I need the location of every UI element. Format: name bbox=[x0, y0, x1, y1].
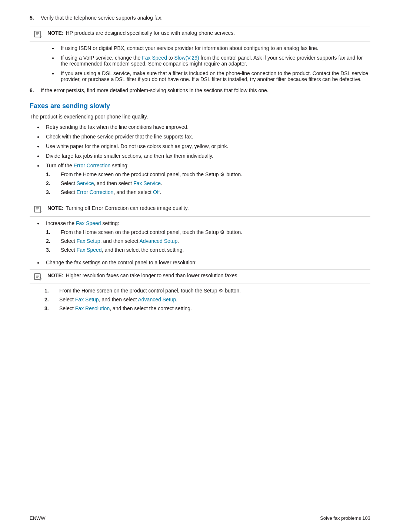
error-correction-link-2[interactable]: Error Correction bbox=[77, 189, 114, 195]
svg-rect-8 bbox=[34, 274, 40, 280]
res-step-2-text: Select Fax Setup, and then select Advanc… bbox=[59, 297, 177, 302]
step-5: 5. Verify that the telephone service sup… bbox=[30, 15, 370, 21]
list-item: If using a VoIP service, change the Fax … bbox=[44, 55, 370, 67]
footer-left: ENWW bbox=[30, 515, 46, 521]
fs-step-2-text: Select Fax Setup, and then select Advanc… bbox=[61, 238, 179, 244]
note-3-content: NOTE:Higher resolution faxes can take lo… bbox=[47, 272, 239, 278]
fax-speed-link-3[interactable]: Fax Speed bbox=[77, 247, 102, 253]
list-item: Divide large fax jobs into smaller secti… bbox=[30, 153, 370, 159]
advanced-setup-link-1[interactable]: Advanced Setup bbox=[140, 238, 178, 244]
list-item-fax-speed: Increase the Fax Speed setting: 1. From … bbox=[30, 220, 370, 256]
note-2-label: NOTE: bbox=[47, 205, 64, 211]
fs-step-1-num: 1. bbox=[46, 229, 61, 235]
ec-step-1-num: 1. bbox=[46, 171, 61, 177]
note-3-label: NOTE: bbox=[47, 272, 64, 278]
step-6: 6. If the error persists, find more deta… bbox=[30, 87, 370, 93]
resolution-steps: 1. From the Home screen on the product c… bbox=[30, 288, 370, 311]
svg-rect-4 bbox=[34, 206, 40, 212]
list-item: Retry sending the fax when the line cond… bbox=[30, 124, 370, 130]
step-6-text: If the error persists, find more detaile… bbox=[41, 87, 370, 93]
fs-step-2-num: 2. bbox=[46, 238, 61, 244]
bullet-resolution-text: Change the fax settings on the control p… bbox=[46, 260, 197, 265]
step-6-number: 6. bbox=[30, 87, 41, 93]
main-bullet-list: Retry sending the fax when the line cond… bbox=[30, 124, 370, 198]
ec-step-3: 3. Select Error Correction, and then sel… bbox=[46, 189, 242, 195]
advanced-setup-link-2[interactable]: Advanced Setup bbox=[138, 297, 176, 302]
note-2-text: Turning off Error Correction can reduce … bbox=[66, 205, 189, 211]
bullet-text-isdn: If using ISDN or digital PBX, contact yo… bbox=[61, 45, 319, 51]
bullet-check-provider: Check with the phone service provider th… bbox=[46, 134, 193, 140]
error-correction-link-1[interactable]: Error Correction bbox=[74, 163, 111, 168]
ec-step-2: 2. Select Service, and then select Fax S… bbox=[46, 180, 242, 186]
slow-v29-link[interactable]: Slow(V.29) bbox=[174, 55, 199, 61]
step-5-text: Verify that the telephone service suppor… bbox=[41, 15, 370, 21]
list-item-resolution: Change the fax settings on the control p… bbox=[30, 260, 370, 265]
fs-step-3-text: Select Fax Speed, and then select the co… bbox=[61, 247, 184, 253]
res-step-3-num: 3. bbox=[44, 305, 59, 311]
note-icon-1 bbox=[34, 30, 44, 38]
note-1-content: NOTE:HP products are designed specifical… bbox=[47, 30, 235, 36]
fax-setup-link-2[interactable]: Fax Setup bbox=[75, 297, 99, 302]
off-link[interactable]: Off bbox=[153, 189, 160, 195]
note-box-2: NOTE:Turning off Error Correction can re… bbox=[30, 202, 370, 217]
fax-speed-steps: 1. From the Home screen on the product c… bbox=[46, 229, 242, 253]
service-link[interactable]: Service bbox=[77, 180, 94, 186]
list-item: If using ISDN or digital PBX, contact yo… bbox=[44, 45, 370, 51]
intro-text: The product is experiencing poor phone l… bbox=[30, 114, 370, 120]
fax-speed-bullet-list: Increase the Fax Speed setting: 1. From … bbox=[30, 220, 370, 265]
page-content: 5. Verify that the telephone service sup… bbox=[30, 15, 370, 311]
bullet-fax-speed-text: Increase the Fax Speed setting: 1. From … bbox=[46, 220, 242, 256]
ec-step-2-num: 2. bbox=[46, 180, 61, 186]
bullet-divide-jobs: Divide large fax jobs into smaller secti… bbox=[46, 153, 213, 159]
fax-setup-link-1[interactable]: Fax Setup bbox=[77, 238, 100, 244]
bullet-text-dsl: If you are using a DSL service, make sur… bbox=[61, 70, 370, 82]
footer-right: Solve fax problems 103 bbox=[320, 515, 370, 521]
list-item: If you are using a DSL service, make sur… bbox=[44, 70, 370, 82]
note-3-text: Higher resolution faxes can take longer … bbox=[66, 272, 239, 278]
ec-step-2-text: Select Service, and then select Fax Serv… bbox=[61, 180, 162, 186]
res-step-3-text: Select Fax Resolution, and then select t… bbox=[59, 305, 192, 311]
res-step-1: 1. From the Home screen on the product c… bbox=[44, 288, 370, 294]
res-step-2: 2. Select Fax Setup, and then select Adv… bbox=[44, 297, 370, 302]
note-icon-3 bbox=[34, 272, 44, 281]
note-2-content: NOTE:Turning off Error Correction can re… bbox=[47, 205, 189, 211]
step-5-number: 5. bbox=[30, 15, 41, 21]
note-1-label: NOTE: bbox=[47, 30, 64, 36]
list-item: Check with the phone service provider th… bbox=[30, 134, 370, 140]
list-item: Use white paper for the original. Do not… bbox=[30, 143, 370, 149]
note-icon-2 bbox=[34, 205, 44, 213]
setup-icon-2: ⚙ bbox=[220, 229, 225, 235]
fs-step-3: 3. Select Fax Speed, and then select the… bbox=[46, 247, 242, 253]
list-item-error-correction: Turn off the Error Correction setting: 1… bbox=[30, 163, 370, 198]
bullet-white-paper: Use white paper for the original. Do not… bbox=[46, 143, 228, 149]
bullet-list-step5: If using ISDN or digital PBX, contact yo… bbox=[44, 45, 370, 82]
fs-step-3-num: 3. bbox=[46, 247, 61, 253]
ec-step-1-text: From the Home screen on the product cont… bbox=[61, 171, 242, 177]
error-correction-steps: 1. From the Home screen on the product c… bbox=[46, 171, 242, 195]
res-step-2-num: 2. bbox=[44, 297, 59, 302]
section-heading-faxes-slow: Faxes are sending slowly bbox=[30, 102, 370, 110]
fs-step-1-text: From the Home screen on the product cont… bbox=[61, 229, 242, 235]
ec-step-1: 1. From the Home screen on the product c… bbox=[46, 171, 242, 177]
setup-icon-3: ⚙ bbox=[219, 288, 223, 294]
setup-icon-1: ⚙ bbox=[220, 171, 225, 177]
fs-step-2: 2. Select Fax Setup, and then select Adv… bbox=[46, 238, 242, 244]
svg-rect-0 bbox=[34, 31, 40, 37]
bullet-retry: Retry sending the fax when the line cond… bbox=[46, 124, 189, 130]
bullet-error-correction-text: Turn off the Error Correction setting: 1… bbox=[46, 163, 242, 198]
fax-speed-link-2[interactable]: Fax Speed bbox=[76, 220, 101, 226]
fax-service-link[interactable]: Fax Service bbox=[133, 180, 161, 186]
page-footer: ENWW Solve fax problems 103 bbox=[30, 515, 370, 521]
note-1-text: HP products are designed specifically fo… bbox=[66, 30, 235, 36]
note-box-1: NOTE:HP products are designed specifical… bbox=[30, 27, 370, 41]
ec-step-3-num: 3. bbox=[46, 189, 61, 195]
fs-step-1: 1. From the Home screen on the product c… bbox=[46, 229, 242, 235]
fax-speed-link-1[interactable]: Fax Speed bbox=[142, 55, 167, 61]
res-step-3: 3. Select Fax Resolution, and then selec… bbox=[44, 305, 370, 311]
res-step-1-num: 1. bbox=[44, 288, 59, 294]
ec-step-3-text: Select Error Correction, and then select… bbox=[61, 189, 161, 195]
step5-bullets: If using ISDN or digital PBX, contact yo… bbox=[30, 45, 370, 82]
fax-resolution-link[interactable]: Fax Resolution bbox=[75, 305, 110, 311]
bullet-text-voip: If using a VoIP service, change the Fax … bbox=[61, 55, 370, 67]
note-box-3: NOTE:Higher resolution faxes can take lo… bbox=[30, 269, 370, 284]
